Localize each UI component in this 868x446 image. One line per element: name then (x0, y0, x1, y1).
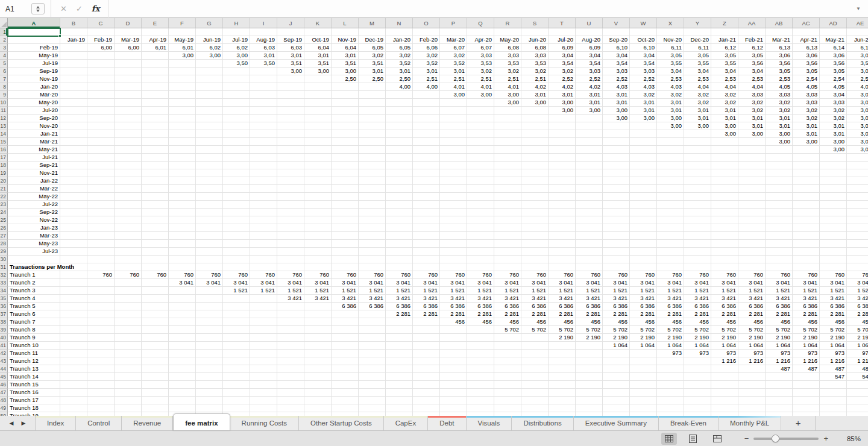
cell-AB21[interactable] (766, 185, 793, 193)
cell-V45[interactable] (603, 373, 630, 381)
row-header-19[interactable]: 19 (0, 169, 8, 177)
cell-Z29[interactable] (711, 248, 738, 256)
cell-A33[interactable]: Traunch 2 (8, 279, 60, 287)
cell-J20[interactable] (277, 177, 304, 185)
cell-W34[interactable]: 1 521 (630, 287, 657, 295)
cell-J10[interactable] (277, 99, 304, 107)
cell-AA29[interactable] (738, 248, 766, 256)
cell-S35[interactable]: 3 421 (521, 295, 549, 303)
cell-P29[interactable] (440, 248, 467, 256)
cell-R8[interactable]: 4,01 (494, 83, 521, 91)
cell-G11[interactable] (196, 107, 223, 115)
cell-AD42[interactable]: 973 (820, 350, 847, 357)
cell-D35[interactable] (115, 295, 142, 303)
cell-J23[interactable] (277, 201, 304, 209)
cell-H33[interactable]: 3 041 (223, 279, 250, 287)
cell-J25[interactable] (277, 216, 304, 224)
cell-H24[interactable] (223, 209, 250, 216)
cell-Z20[interactable] (711, 177, 738, 185)
cell-M10[interactable] (359, 99, 386, 107)
cell-AC45[interactable] (793, 373, 820, 381)
cell-P1[interactable] (440, 28, 467, 36)
cell-G22[interactable] (196, 193, 223, 201)
cell-Y37[interactable]: 2 281 (684, 310, 711, 318)
cell-O48[interactable] (413, 397, 440, 404)
cell-Q33[interactable]: 3 041 (467, 279, 494, 287)
cell-AB36[interactable]: 6 386 (766, 303, 793, 310)
column-header-K[interactable]: K (304, 18, 332, 28)
cell-K45[interactable] (304, 373, 332, 381)
cell-G33[interactable]: 3 041 (196, 279, 223, 287)
cell-I15[interactable] (250, 138, 277, 146)
cell-E3[interactable]: 6,01 (142, 44, 169, 52)
cell-L17[interactable] (332, 154, 359, 162)
cell-D11[interactable] (115, 107, 142, 115)
cell-J19[interactable] (277, 169, 304, 177)
cell-L22[interactable] (332, 193, 359, 201)
row-header-1[interactable]: 1 (0, 28, 8, 36)
cell-E20[interactable] (142, 177, 169, 185)
cell-R15[interactable] (494, 138, 521, 146)
cell-AC30[interactable] (793, 256, 820, 263)
cell-AA3[interactable]: 6,12 (738, 44, 766, 52)
cell-C17[interactable] (87, 154, 115, 162)
cell-Z31[interactable] (711, 263, 738, 271)
cell-S42[interactable] (521, 350, 549, 357)
cell-U29[interactable] (576, 248, 603, 256)
cell-D27[interactable] (115, 232, 142, 240)
cell-Q28[interactable] (467, 240, 494, 248)
cell-AA22[interactable] (738, 193, 766, 201)
cell-AD39[interactable]: 5 702 (820, 326, 847, 334)
cell-S48[interactable] (521, 397, 549, 404)
cell-Z47[interactable] (711, 389, 738, 397)
cell-Y49[interactable] (684, 404, 711, 412)
cell-A15[interactable]: Mar-21 (8, 138, 60, 146)
cell-F15[interactable] (169, 138, 196, 146)
cell-V43[interactable] (603, 357, 630, 365)
cell-T4[interactable]: 3,04 (549, 52, 576, 60)
cell-Z11[interactable]: 3,01 (711, 107, 738, 115)
cell-U7[interactable]: 2,52 (576, 75, 603, 83)
cell-L32[interactable]: 760 (332, 271, 359, 279)
cell-W22[interactable] (630, 193, 657, 201)
cell-P23[interactable] (440, 201, 467, 209)
column-header-I[interactable]: I (250, 18, 277, 28)
cell-Y24[interactable] (684, 209, 711, 216)
cell-I43[interactable] (250, 357, 277, 365)
cell-AA38[interactable]: 456 (738, 318, 766, 326)
cell-O8[interactable]: 4,00 (413, 83, 440, 91)
cell-N6[interactable]: 3,01 (386, 68, 413, 75)
cell-D34[interactable] (115, 287, 142, 295)
cell-B15[interactable] (60, 138, 87, 146)
cell-M41[interactable] (359, 342, 386, 350)
cell-Y44[interactable] (684, 365, 711, 373)
cell-T48[interactable] (549, 397, 576, 404)
cell-AA32[interactable]: 760 (738, 271, 766, 279)
cell-V21[interactable] (603, 185, 630, 193)
column-header-U[interactable]: U (576, 18, 603, 28)
cell-F43[interactable] (169, 357, 196, 365)
cell-J42[interactable] (277, 350, 304, 357)
column-header-W[interactable]: W (630, 18, 657, 28)
cell-D21[interactable] (115, 185, 142, 193)
cell-S21[interactable] (521, 185, 549, 193)
cell-AD21[interactable] (820, 185, 847, 193)
cell-H48[interactable] (223, 397, 250, 404)
cell-X14[interactable] (657, 130, 684, 138)
cell-AB15[interactable]: 3,00 (766, 138, 793, 146)
cell-L16[interactable] (332, 146, 359, 154)
cell-AA24[interactable] (738, 209, 766, 216)
cell-V31[interactable] (603, 263, 630, 271)
cell-T34[interactable]: 1 521 (549, 287, 576, 295)
cell-C4[interactable] (87, 52, 115, 60)
cell-L27[interactable] (332, 232, 359, 240)
cell-S18[interactable] (521, 162, 549, 169)
cell-AE44[interactable]: 487 (847, 365, 868, 373)
cell-AD1[interactable] (820, 28, 847, 36)
cell-L36[interactable]: 6 386 (332, 303, 359, 310)
cell-Q23[interactable] (467, 201, 494, 209)
cell-K17[interactable] (304, 154, 332, 162)
cell-I42[interactable] (250, 350, 277, 357)
cell-O38[interactable] (413, 318, 440, 326)
cell-P25[interactable] (440, 216, 467, 224)
